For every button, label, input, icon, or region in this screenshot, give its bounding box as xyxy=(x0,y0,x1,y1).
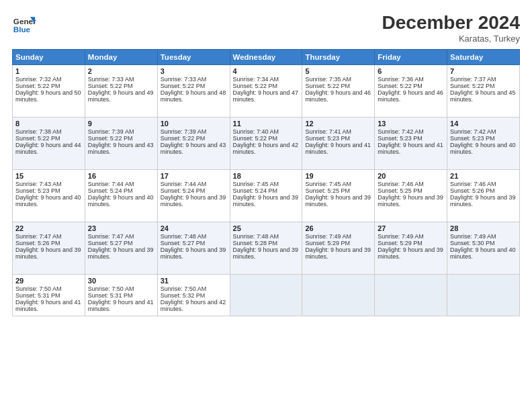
day-17: 17 Sunrise: 7:44 AMSunset: 5:24 PMDaylig… xyxy=(157,170,230,222)
day-26: 26 Sunrise: 7:49 AMSunset: 5:29 PMDaylig… xyxy=(302,222,375,275)
table-row: 15 Sunrise: 7:43 AMSunset: 5:23 PMDaylig… xyxy=(13,170,520,222)
day-24: 24 Sunrise: 7:48 AMSunset: 5:27 PMDaylig… xyxy=(157,222,230,275)
header-tuesday: Tuesday xyxy=(157,50,230,65)
table-row: 8 Sunrise: 7:38 AMSunset: 5:22 PMDayligh… xyxy=(13,118,520,170)
header-sunday: Sunday xyxy=(13,50,85,65)
day-7: 7 Sunrise: 7:37 AMSunset: 5:22 PMDayligh… xyxy=(447,65,520,118)
header-thursday: Thursday xyxy=(302,50,375,65)
day-16: 16 Sunrise: 7:44 AMSunset: 5:24 PMDaylig… xyxy=(85,170,157,222)
day-4: 4 Sunrise: 7:34 AMSunset: 5:22 PMDayligh… xyxy=(230,65,302,118)
day-3: 3 Sunrise: 7:33 AMSunset: 5:22 PMDayligh… xyxy=(157,65,230,118)
day-23: 23 Sunrise: 7:47 AMSunset: 5:27 PMDaylig… xyxy=(85,222,157,275)
day-11: 11 Sunrise: 7:40 AMSunset: 5:22 PMDaylig… xyxy=(230,118,302,170)
header-monday: Monday xyxy=(85,50,157,65)
day-30: 30 Sunrise: 7:50 AMSunset: 5:31 PMDaylig… xyxy=(85,275,157,316)
day-31: 31 Sunrise: 7:50 AMSunset: 5:32 PMDaylig… xyxy=(157,275,230,316)
header-wednesday: Wednesday xyxy=(230,50,302,65)
calendar-table: Sunday Monday Tuesday Wednesday Thursday… xyxy=(12,49,520,316)
location: Karatas, Turkey xyxy=(382,34,520,44)
day-5: 5 Sunrise: 7:35 AMSunset: 5:22 PMDayligh… xyxy=(302,65,375,118)
day-14: 14 Sunrise: 7:42 AMSunset: 5:23 PMDaylig… xyxy=(447,118,520,170)
header-friday: Friday xyxy=(375,50,447,65)
day-13: 13 Sunrise: 7:42 AMSunset: 5:23 PMDaylig… xyxy=(375,118,447,170)
empty-cell xyxy=(375,275,447,316)
day-28: 28 Sunrise: 7:49 AMSunset: 5:30 PMDaylig… xyxy=(447,222,520,275)
day-27: 27 Sunrise: 7:49 AMSunset: 5:29 PMDaylig… xyxy=(375,222,447,275)
table-row: 29 Sunrise: 7:50 AMSunset: 5:31 PMDaylig… xyxy=(13,275,520,316)
day-12: 12 Sunrise: 7:41 AMSunset: 5:23 PMDaylig… xyxy=(302,118,375,170)
header-saturday: Saturday xyxy=(447,50,520,65)
empty-cell xyxy=(230,275,302,316)
header: General Blue December 2024 Karatas, Turk… xyxy=(12,12,520,44)
day-9: 9 Sunrise: 7:39 AMSunset: 5:22 PMDayligh… xyxy=(85,118,157,170)
weekday-header-row: Sunday Monday Tuesday Wednesday Thursday… xyxy=(13,50,520,65)
table-row: 22 Sunrise: 7:47 AMSunset: 5:26 PMDaylig… xyxy=(13,222,520,275)
day-29: 29 Sunrise: 7:50 AMSunset: 5:31 PMDaylig… xyxy=(13,275,85,316)
day-1: 1 Sunrise: 7:32 AMSunset: 5:22 PMDayligh… xyxy=(13,65,85,118)
empty-cell xyxy=(447,275,520,316)
title-block: December 2024 Karatas, Turkey xyxy=(382,12,520,44)
month-title: December 2024 xyxy=(382,12,520,34)
logo: General Blue xyxy=(12,12,36,36)
day-25: 25 Sunrise: 7:48 AMSunset: 5:28 PMDaylig… xyxy=(230,222,302,275)
svg-text:Blue: Blue xyxy=(13,25,31,34)
day-19: 19 Sunrise: 7:45 AMSunset: 5:25 PMDaylig… xyxy=(302,170,375,222)
day-10: 10 Sunrise: 7:39 AMSunset: 5:22 PMDaylig… xyxy=(157,118,230,170)
day-22: 22 Sunrise: 7:47 AMSunset: 5:26 PMDaylig… xyxy=(13,222,85,275)
logo-icon: General Blue xyxy=(12,12,36,36)
day-2: 2 Sunrise: 7:33 AMSunset: 5:22 PMDayligh… xyxy=(85,65,157,118)
table-row: 1 Sunrise: 7:32 AMSunset: 5:22 PMDayligh… xyxy=(13,65,520,118)
day-15: 15 Sunrise: 7:43 AMSunset: 5:23 PMDaylig… xyxy=(13,170,85,222)
day-8: 8 Sunrise: 7:38 AMSunset: 5:22 PMDayligh… xyxy=(13,118,85,170)
day-20: 20 Sunrise: 7:46 AMSunset: 5:25 PMDaylig… xyxy=(375,170,447,222)
empty-cell xyxy=(302,275,375,316)
day-6: 6 Sunrise: 7:36 AMSunset: 5:22 PMDayligh… xyxy=(375,65,447,118)
day-18: 18 Sunrise: 7:45 AMSunset: 5:24 PMDaylig… xyxy=(230,170,302,222)
day-21: 21 Sunrise: 7:46 AMSunset: 5:26 PMDaylig… xyxy=(447,170,520,222)
